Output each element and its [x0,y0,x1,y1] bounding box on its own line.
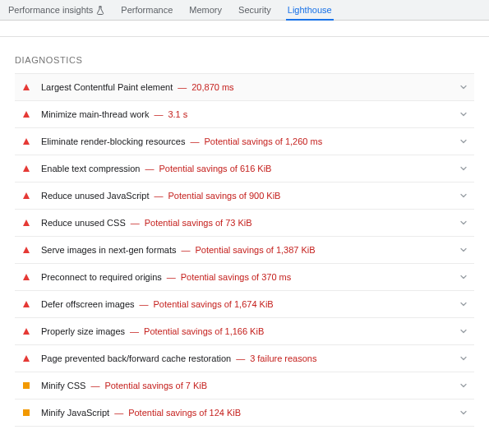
tab-performance-insights[interactable]: Performance insights [7,0,106,20]
diagnostic-label: Properly size images [41,326,125,336]
diagnostic-item[interactable]: Reduce unused JavaScript—Potential savin… [15,182,474,210]
diagnostic-detail: Potential savings of 1,387 KiB [195,245,315,255]
chevron-down-icon [459,381,468,390]
separator: — [236,353,245,363]
tab-label: Performance [121,5,173,15]
diagnostic-label: Minimize main-thread work [41,109,149,119]
lighthouse-content: DIAGNOSTICS Largest Contentful Paint ele… [0,37,489,435]
diagnostic-item[interactable]: Defer offscreen images—Potential savings… [15,291,474,318]
diagnostic-label: Defer offscreen images [41,299,135,309]
diagnostic-detail: Potential savings of 616 KiB [159,164,271,173]
chevron-down-icon [459,354,468,363]
separator: — [154,109,163,119]
error-triangle-icon [20,192,33,199]
diagnostic-label: Reduce unused CSS [41,218,126,228]
diagnostic-item[interactable]: Enable text compression—Potential saving… [15,155,474,182]
diagnostic-label: Serve images in next-gen formats [41,245,176,255]
separator: — [145,164,154,173]
chevron-down-icon [459,83,468,91]
diagnostic-item[interactable]: Preconnect to required origins—Potential… [15,264,474,291]
separator: — [130,326,139,336]
diagnostic-label: Minify CSS [41,381,85,390]
devtools-tabbar: Performance insights Performance Memory … [0,0,489,21]
diagnostic-detail: Potential savings of 1,260 ms [204,136,322,146]
chevron-down-icon [459,409,468,417]
separator: — [90,381,99,390]
diagnostic-label: Eliminate render-blocking resources [41,136,185,146]
tab-label: Memory [189,5,222,15]
chevron-down-icon [459,219,468,227]
chevron-down-icon [459,327,468,335]
diagnostic-label: Minify JavaScript [41,408,109,418]
diagnostic-detail: 3 failure reasons [250,353,316,363]
tab-label: Security [238,5,271,15]
diagnostic-detail: Potential savings of 1,674 KiB [154,299,274,309]
diagnostic-item[interactable]: Largest Contentful Paint element—20,870 … [15,73,474,101]
error-triangle-icon [20,355,33,362]
separator: — [154,191,163,201]
diagnostics-list: Largest Contentful Paint element—20,870 … [15,73,474,427]
tab-label: Lighthouse [288,5,332,15]
diagnostics-heading: DIAGNOSTICS [15,55,474,65]
separator: — [167,272,176,282]
diagnostic-detail: Potential savings of 370 ms [181,272,292,282]
separator: — [178,82,187,92]
diagnostic-detail: Potential savings of 900 KiB [168,191,280,201]
tab-security[interactable]: Security [237,0,273,20]
warning-square-icon [20,409,33,416]
error-triangle-icon [20,274,33,280]
diagnostic-detail: Potential savings of 124 KiB [128,408,241,418]
diagnostic-item[interactable]: Properly size images—Potential savings o… [15,318,474,345]
separator: — [140,299,149,309]
diagnostic-item[interactable]: Serve images in next-gen formats—Potenti… [15,237,474,264]
error-triangle-icon [20,84,33,90]
diagnostic-item[interactable]: Eliminate render-blocking resources—Pote… [15,128,474,155]
chevron-down-icon [459,246,468,254]
separator: — [181,245,190,255]
chevron-down-icon [459,110,468,118]
error-triangle-icon [20,111,33,118]
chevron-down-icon [459,164,468,173]
separator: — [131,218,140,228]
diagnostic-item[interactable]: Minify JavaScript—Potential savings of 1… [15,400,474,427]
error-triangle-icon [20,219,33,226]
diagnostic-detail: Potential savings of 7 KiB [104,381,207,390]
diagnostic-detail: Potential savings of 73 KiB [145,218,252,228]
diagnostic-label: Enable text compression [41,164,140,173]
separator: — [114,408,123,418]
diagnostic-detail: 3.1 s [168,109,187,119]
separator: — [190,136,199,146]
diagnostic-label: Preconnect to required origins [41,272,162,282]
warning-square-icon [20,382,33,389]
tab-memory[interactable]: Memory [187,0,224,20]
diagnostic-detail: 20,870 ms [191,82,233,92]
tab-lighthouse[interactable]: Lighthouse [286,1,334,21]
flask-icon [96,6,104,15]
error-triangle-icon [20,165,33,172]
error-triangle-icon [20,328,33,335]
diagnostic-label: Largest Contentful Paint element [41,82,173,92]
diagnostic-label: Page prevented back/forward cache restor… [41,353,231,363]
tab-performance[interactable]: Performance [119,0,174,20]
subheader-strip [0,21,489,37]
diagnostic-item[interactable]: Reduce unused CSS—Potential savings of 7… [15,210,474,237]
diagnostic-item[interactable]: Page prevented back/forward cache restor… [15,345,474,372]
chevron-down-icon [459,192,468,200]
error-triangle-icon [20,247,33,253]
diagnostic-item[interactable]: Minimize main-thread work—3.1 s [15,101,474,128]
chevron-down-icon [459,137,468,145]
error-triangle-icon [20,138,33,145]
diagnostic-label: Reduce unused JavaScript [41,191,149,201]
chevron-down-icon [459,300,468,308]
diagnostic-detail: Potential savings of 1,166 KiB [144,326,264,336]
error-triangle-icon [20,301,33,307]
chevron-down-icon [459,273,468,281]
diagnostic-item[interactable]: Minify CSS—Potential savings of 7 KiB [15,372,474,400]
tab-label: Performance insights [8,5,93,15]
